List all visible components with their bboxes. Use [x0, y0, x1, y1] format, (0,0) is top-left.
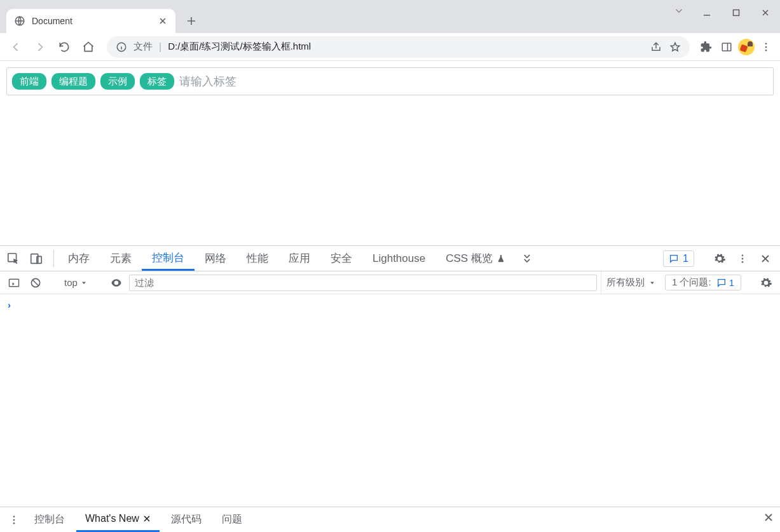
flask-icon	[496, 254, 505, 263]
log-levels-selector[interactable]: 所有级别	[601, 271, 661, 294]
console-toolbar: top 所有级别 1 个问题: 1	[0, 271, 780, 294]
issues-button[interactable]: 1 个问题: 1	[665, 275, 741, 290]
issues-count: 1	[729, 277, 734, 288]
drawer-tab-whatsnew[interactable]: What's New	[76, 507, 160, 532]
devtools-menu-icon[interactable]	[733, 249, 752, 268]
device-toolbar-icon[interactable]	[27, 249, 46, 268]
tab-network[interactable]: 网络	[195, 246, 236, 271]
issues-label: 1 个问题:	[672, 276, 711, 289]
console-sidebar-toggle-icon[interactable]	[5, 274, 23, 292]
home-button[interactable]	[78, 36, 99, 58]
tab-console[interactable]: 控制台	[142, 246, 195, 271]
svg-rect-3	[722, 43, 731, 51]
tab-title: Document	[32, 16, 151, 26]
close-tab-icon[interactable]	[158, 16, 168, 26]
tab-elements[interactable]: 元素	[100, 246, 142, 271]
devtools-tabbar: 内存 元素 控制台 网络 性能 应用 安全 Lighthouse CSS 概览 …	[0, 246, 780, 271]
close-window-button[interactable]	[751, 0, 780, 25]
console-filter-input[interactable]	[130, 275, 596, 290]
devtools-close-icon[interactable]	[756, 249, 775, 268]
chevron-down-icon[interactable]	[673, 5, 685, 17]
info-icon[interactable]	[116, 41, 127, 53]
context-selector[interactable]: top	[60, 276, 92, 289]
hidden-messages-badge[interactable]: 1	[663, 250, 694, 267]
tag-chip[interactable]: 标签	[140, 73, 174, 90]
browser-toolbar: 文件 | D:/桌面/练习测试/标签输入框.html	[0, 33, 780, 61]
tab-lighthouse[interactable]: Lighthouse	[362, 246, 435, 271]
svg-point-6	[765, 49, 767, 51]
reload-button[interactable]	[53, 36, 75, 58]
extensions-button[interactable]	[697, 38, 715, 56]
console-filter[interactable]	[129, 275, 597, 291]
address-path: D:/桌面/练习测试/标签输入框.html	[168, 41, 644, 53]
drawer-tab-console[interactable]: 控制台	[25, 507, 74, 532]
browser-tab[interactable]: Document	[6, 9, 175, 33]
tag-chip[interactable]: 前端	[12, 73, 46, 90]
forward-button[interactable]	[29, 36, 51, 58]
close-icon[interactable]	[143, 515, 151, 522]
browser-menu-button[interactable]	[757, 38, 775, 56]
tab-performance[interactable]: 性能	[236, 246, 278, 271]
svg-point-5	[765, 46, 767, 48]
profile-avatar[interactable]	[738, 39, 755, 55]
hidden-count: 1	[683, 253, 688, 264]
clear-console-icon[interactable]	[27, 274, 44, 292]
svg-point-17	[13, 522, 15, 524]
svg-point-4	[765, 43, 767, 44]
minimize-button[interactable]	[692, 0, 722, 25]
page-content: 前端 编程题 示例 标签	[0, 61, 780, 245]
tab-css-overview[interactable]: CSS 概览	[435, 246, 516, 271]
devtools-drawer: 控制台 What's New 源代码 问题	[0, 507, 780, 532]
side-panel-button[interactable]	[718, 38, 736, 56]
svg-point-10	[742, 254, 744, 256]
svg-point-16	[13, 519, 15, 521]
address-protocol: 文件	[133, 41, 153, 53]
tab-security[interactable]: 安全	[320, 246, 362, 271]
live-expression-icon[interactable]	[107, 274, 125, 292]
address-bar[interactable]: 文件 | D:/桌面/练习测试/标签输入框.html	[107, 36, 690, 58]
more-tabs-button[interactable]	[516, 246, 538, 271]
tag-input-box[interactable]: 前端 编程题 示例 标签	[6, 67, 774, 95]
back-button[interactable]	[5, 36, 27, 58]
tab-memory[interactable]: 内存	[58, 246, 100, 271]
window-titlebar: Document	[0, 0, 780, 33]
globe-icon	[14, 15, 25, 27]
drawer-tab-sources[interactable]: 源代码	[162, 507, 210, 532]
maximize-button[interactable]	[722, 0, 751, 25]
drawer-menu-icon[interactable]	[5, 511, 23, 529]
tag-text-input[interactable]	[179, 75, 768, 88]
svg-rect-13	[10, 279, 19, 287]
svg-rect-1	[734, 10, 739, 16]
share-icon[interactable]	[650, 41, 662, 53]
svg-point-12	[742, 261, 744, 263]
console-prompt-icon: ›	[8, 299, 11, 310]
tag-chip[interactable]: 示例	[100, 73, 135, 90]
inspect-element-icon[interactable]	[4, 249, 23, 268]
devtools-tabs: 内存 元素 控制台 网络 性能 应用 安全 Lighthouse CSS 概览	[58, 246, 516, 271]
drawer-close-icon[interactable]	[763, 512, 774, 522]
devtools-settings-icon[interactable]	[710, 249, 729, 268]
tag-chip[interactable]: 编程题	[51, 73, 95, 90]
svg-point-15	[13, 515, 15, 517]
devtools-panel: 内存 元素 控制台 网络 性能 应用 安全 Lighthouse CSS 概览 …	[0, 245, 780, 532]
window-controls	[692, 0, 780, 25]
address-separator: |	[159, 41, 161, 53]
bookmark-star-icon[interactable]	[669, 41, 681, 53]
new-tab-button[interactable]	[182, 11, 201, 31]
tab-application[interactable]: 应用	[278, 246, 320, 271]
drawer-tab-issues[interactable]: 问题	[213, 507, 251, 532]
console-output[interactable]: ›	[0, 294, 780, 507]
svg-point-11	[742, 257, 744, 259]
console-settings-icon[interactable]	[757, 274, 775, 292]
